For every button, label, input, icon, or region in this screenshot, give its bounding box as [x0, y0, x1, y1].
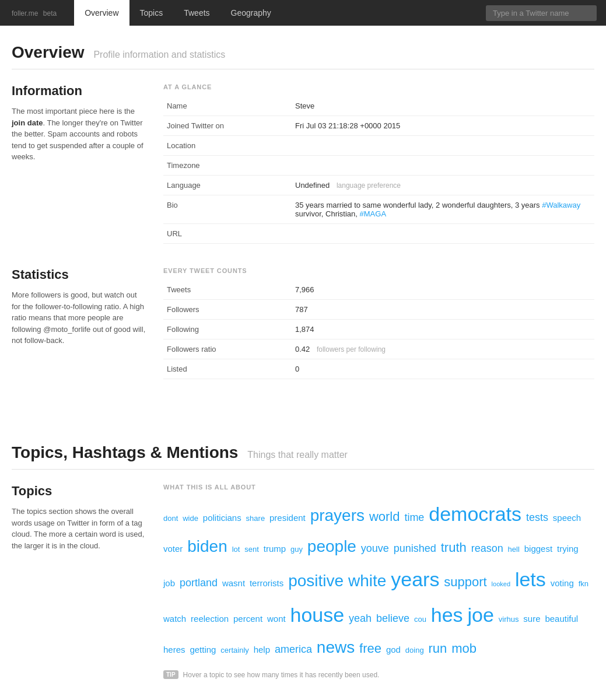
tag-trump[interactable]: trump: [264, 544, 286, 554]
tag-white[interactable]: white: [348, 572, 386, 590]
tag-politicians[interactable]: politicians: [203, 513, 241, 523]
tag-hell[interactable]: hell: [508, 545, 520, 554]
table-row: Location: [163, 136, 594, 156]
bio-link-walkaway[interactable]: #Walkaway: [542, 201, 580, 209]
tag-yeah[interactable]: yeah: [349, 612, 372, 624]
nav-geography[interactable]: Geography: [220, 0, 282, 26]
tag-voter[interactable]: voter: [163, 544, 183, 554]
brand-name: foller.me: [12, 9, 38, 18]
stat-label: Listed: [163, 359, 292, 379]
at-a-glance-label: AT A GLANCE: [163, 83, 594, 90]
stat-value: 787: [292, 300, 594, 320]
tag-world[interactable]: world: [369, 509, 400, 524]
ratio-muted: followers per following: [317, 345, 386, 354]
table-row: Listed 0: [163, 359, 594, 379]
tag-run[interactable]: run: [429, 641, 447, 656]
tag-sure[interactable]: sure: [523, 614, 540, 624]
navbar: foller.me beta Overview Topics Tweets Ge…: [0, 0, 606, 26]
stat-label: Tweets: [163, 280, 292, 300]
field-label: Name: [163, 96, 292, 116]
tag-virhus[interactable]: virhus: [499, 615, 519, 624]
statistics-heading: Statistics: [12, 267, 146, 282]
nav-topics[interactable]: Topics: [129, 0, 174, 26]
nav-tweets[interactable]: Tweets: [173, 0, 220, 26]
tag-doing[interactable]: doing: [405, 646, 424, 654]
tag-percent[interactable]: percent: [233, 614, 262, 624]
tag-watch[interactable]: watch: [163, 614, 186, 624]
tag-news[interactable]: news: [317, 638, 355, 656]
topics-left: Topics The topics section shows the over…: [12, 484, 163, 679]
tag-believe[interactable]: believe: [376, 612, 409, 624]
topics-body: The topics section shows the overall wor…: [12, 506, 146, 551]
field-label: Joined Twitter on: [163, 116, 292, 136]
tag-wide[interactable]: wide: [183, 514, 198, 523]
tag-support[interactable]: support: [444, 575, 486, 589]
tag-terrorists[interactable]: terrorists: [250, 578, 283, 588]
tip-label: TIP: [163, 670, 178, 679]
topics-section-subtitle: Things that really matter: [247, 450, 348, 460]
field-label: Language: [163, 176, 292, 195]
tag-lot[interactable]: lot: [232, 545, 240, 554]
tag-help[interactable]: help: [254, 645, 270, 654]
tag-democrats[interactable]: democrats: [429, 503, 521, 525]
twitter-search-input[interactable]: [486, 5, 597, 21]
tag-beautiful[interactable]: beautiful: [545, 614, 578, 624]
tag-truth[interactable]: truth: [441, 540, 467, 555]
field-value: Steve: [292, 96, 594, 116]
tag-time[interactable]: time: [404, 512, 424, 523]
tag-president[interactable]: president: [269, 513, 306, 523]
tag-years[interactable]: years: [391, 568, 439, 590]
tag-certainly[interactable]: certainly: [220, 646, 248, 654]
tag-positive[interactable]: positive: [288, 572, 344, 590]
tag-cou[interactable]: cou: [414, 615, 426, 624]
table-row: Following 1,874: [163, 320, 594, 340]
topics-heading: Topics: [12, 484, 146, 499]
tag-trying[interactable]: trying: [557, 544, 579, 554]
topics-header: Topics, Hashtags & Mentions Things that …: [12, 443, 594, 470]
overview-title: Overview: [12, 43, 85, 61]
tag-free[interactable]: free: [359, 641, 381, 656]
tag-reelection[interactable]: reelection: [191, 614, 229, 624]
tag-people[interactable]: people: [307, 537, 356, 555]
tag-fkn[interactable]: fkn: [579, 579, 589, 588]
tag-biden[interactable]: biden: [187, 537, 227, 555]
tag-voting[interactable]: voting: [551, 578, 574, 588]
field-label: Location: [163, 136, 292, 156]
field-label: Timezone: [163, 156, 292, 176]
tag-wont[interactable]: wont: [267, 614, 286, 624]
tag-joe[interactable]: joe: [468, 604, 494, 626]
stat-value: 0: [292, 359, 594, 379]
overview-section: Overview Profile information and statist…: [0, 26, 606, 391]
tag-god[interactable]: god: [386, 645, 401, 654]
tag-wasnt[interactable]: wasnt: [222, 578, 245, 588]
tag-share[interactable]: share: [246, 514, 265, 523]
tag-speech[interactable]: speech: [553, 513, 581, 523]
tag-getting[interactable]: getting: [190, 645, 216, 654]
tag-biggest[interactable]: biggest: [524, 544, 552, 554]
tag-mob[interactable]: mob: [451, 641, 477, 656]
field-value: [292, 156, 594, 176]
stat-value: 0.42 followers per following: [292, 340, 594, 359]
tag-lets[interactable]: lets: [515, 568, 546, 590]
stat-label: Following: [163, 320, 292, 340]
bio-link-maga[interactable]: #MAGA: [360, 209, 387, 218]
nav-overview[interactable]: Overview: [74, 0, 129, 26]
tag-guy[interactable]: guy: [290, 545, 303, 554]
tag-prayers[interactable]: prayers: [310, 506, 365, 524]
tag-america[interactable]: america: [275, 643, 312, 655]
tag-heres[interactable]: heres: [163, 645, 185, 654]
tag-punished[interactable]: punished: [394, 542, 436, 554]
tag-sent[interactable]: sent: [244, 545, 259, 554]
tag-dont[interactable]: dont: [163, 514, 178, 523]
tag-job[interactable]: job: [163, 578, 175, 588]
tag-tests[interactable]: tests: [526, 512, 548, 523]
tag-house[interactable]: house: [290, 604, 345, 626]
tag-reason[interactable]: reason: [471, 542, 503, 554]
field-label: Bio: [163, 195, 292, 224]
tag-hes[interactable]: hes: [431, 604, 463, 626]
tag-looked[interactable]: looked: [492, 580, 510, 587]
field-value: [292, 136, 594, 156]
tag-youve[interactable]: youve: [361, 542, 389, 554]
tag-portland[interactable]: portland: [180, 577, 218, 589]
language-muted: language preference: [337, 181, 401, 190]
